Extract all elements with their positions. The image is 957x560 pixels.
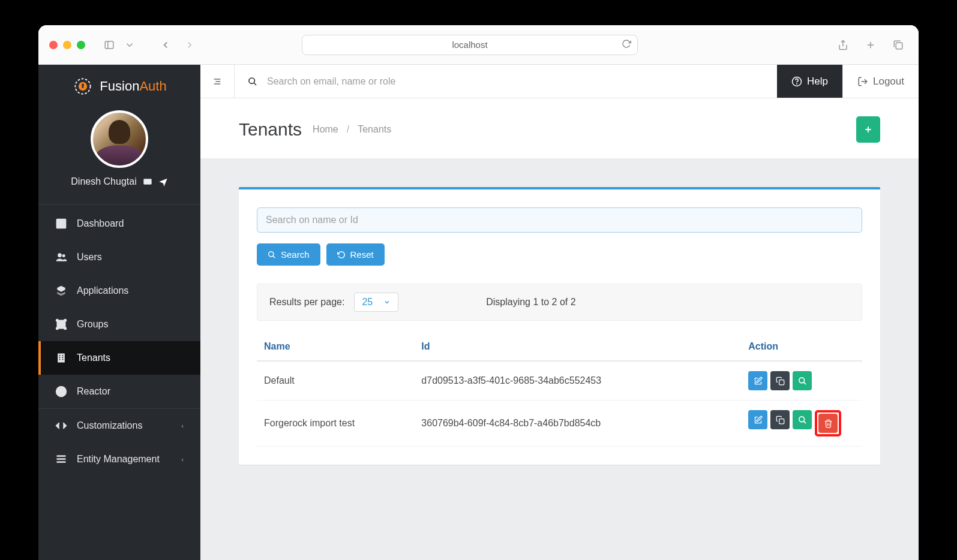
breadcrumb: Home / Tenants (313, 124, 391, 135)
logout-button[interactable]: Logout (842, 65, 919, 98)
nav-customizations[interactable]: Customizations ‹ (38, 409, 200, 442)
view-button[interactable] (793, 410, 812, 429)
nav-applications[interactable]: Applications (38, 274, 200, 308)
svg-point-45 (799, 377, 805, 383)
svg-rect-23 (59, 357, 61, 358)
add-tenant-button[interactable] (856, 116, 880, 143)
svg-point-48 (799, 416, 805, 421)
user-profile: Dinesh Chugtai (38, 103, 200, 204)
hamburger-icon (211, 77, 223, 86)
tenant-search-input[interactable] (257, 207, 862, 233)
search-icon (798, 416, 807, 424)
svg-point-16 (56, 320, 58, 321)
svg-line-36 (254, 83, 256, 85)
col-name[interactable]: Name (257, 333, 414, 361)
delete-button[interactable] (818, 414, 838, 433)
edit-icon (754, 416, 763, 424)
applications-icon (55, 285, 67, 297)
copy-button[interactable] (770, 371, 790, 390)
avatar[interactable] (91, 110, 148, 168)
table-row: Default d7d09513-a3f5-401c-9685-34ab6c55… (257, 361, 862, 401)
logo-text: FusionAuth (100, 79, 166, 94)
reset-icon (337, 251, 346, 259)
minimize-window-button[interactable] (63, 41, 71, 49)
hamburger-button[interactable] (200, 65, 235, 98)
groups-icon (55, 318, 67, 330)
copy-button[interactable] (770, 410, 790, 429)
nav-dashboard[interactable]: Dashboard (38, 207, 200, 240)
svg-rect-26 (62, 359, 64, 360)
svg-rect-0 (105, 41, 113, 49)
chevron-down-icon (383, 299, 391, 306)
customizations-icon (55, 420, 67, 432)
svg-rect-10 (143, 179, 151, 184)
svg-rect-22 (62, 355, 64, 356)
per-page-select[interactable]: 25 (354, 293, 398, 312)
dashboard-icon (55, 218, 67, 230)
svg-point-17 (64, 320, 66, 321)
svg-rect-31 (57, 461, 66, 463)
edit-button[interactable] (748, 410, 767, 429)
nav-groups[interactable]: Groups (38, 308, 200, 341)
svg-point-35 (249, 78, 254, 83)
forward-button[interactable] (180, 37, 199, 53)
maximize-window-button[interactable] (77, 41, 85, 49)
sidebar-dropdown-icon[interactable] (120, 37, 139, 53)
global-search-input[interactable] (267, 76, 764, 87)
svg-rect-21 (59, 355, 61, 356)
svg-line-46 (803, 382, 806, 384)
reset-button[interactable]: Reset (326, 243, 385, 266)
user-name: Dinesh Chugtai (50, 176, 188, 187)
topbar-search (235, 65, 777, 98)
svg-rect-29 (57, 455, 66, 457)
col-action: Action (741, 333, 862, 361)
col-id[interactable]: Id (414, 333, 741, 361)
svg-point-18 (56, 327, 58, 329)
copy-icon (776, 416, 785, 424)
tenant-name: Forgerock import test (257, 401, 414, 447)
new-tab-icon[interactable] (861, 37, 880, 53)
share-icon[interactable] (833, 37, 853, 53)
nav-users[interactable]: Users (38, 240, 200, 274)
help-button[interactable]: Help (777, 65, 842, 98)
tenants-table: Name Id Action Default d7d09513-a3f5-401… (257, 333, 862, 447)
main: Help Logout Tenants Home / Tenants (200, 65, 919, 560)
svg-point-28 (60, 390, 62, 392)
logo-icon (72, 76, 94, 97)
svg-rect-24 (62, 357, 64, 358)
close-window-button[interactable] (49, 41, 58, 49)
id-card-icon[interactable] (143, 177, 152, 186)
search-icon (798, 377, 807, 386)
svg-point-14 (62, 254, 65, 257)
svg-rect-44 (779, 380, 784, 384)
location-icon[interactable] (158, 177, 168, 186)
refresh-icon[interactable] (622, 39, 631, 50)
chevron-left-icon: ‹ (181, 456, 184, 463)
tabs-icon[interactable] (889, 37, 908, 53)
content-header: Tenants Home / Tenants (200, 98, 919, 158)
svg-rect-25 (59, 359, 61, 360)
nav-entity-management[interactable]: Entity Management ‹ (38, 442, 200, 476)
edit-button[interactable] (748, 371, 767, 390)
plus-icon (863, 125, 873, 134)
tenants-card: Search Reset Results per page: 25 (239, 187, 880, 465)
sidebar-toggle-icon[interactable] (100, 37, 119, 53)
results-bar: Results per page: 25 Displaying 1 to 2 o… (257, 284, 862, 321)
content-body: Search Reset Results per page: 25 (200, 158, 919, 560)
tenant-id: 360769b4-609f-4c84-8cb7-a46b7bd854cb (414, 401, 741, 447)
search-button[interactable]: Search (257, 243, 320, 266)
edit-icon (754, 377, 763, 386)
url-bar[interactable]: localhost (302, 35, 638, 55)
breadcrumb-current: Tenants (358, 124, 391, 135)
nav-tenants[interactable]: Tenants (38, 341, 200, 375)
svg-rect-20 (58, 354, 65, 363)
browser-window: localhost (38, 25, 919, 560)
back-button[interactable] (156, 37, 175, 53)
view-button[interactable] (793, 371, 812, 390)
table-row: Forgerock import test 360769b4-609f-4c84… (257, 401, 862, 447)
nav-reactor[interactable]: Reactor (38, 375, 200, 408)
svg-rect-5 (896, 43, 902, 49)
nav-menu: Dashboard Users Applications Groups Tena… (38, 204, 200, 560)
breadcrumb-home[interactable]: Home (313, 124, 338, 135)
browser-chrome: localhost (38, 25, 919, 65)
